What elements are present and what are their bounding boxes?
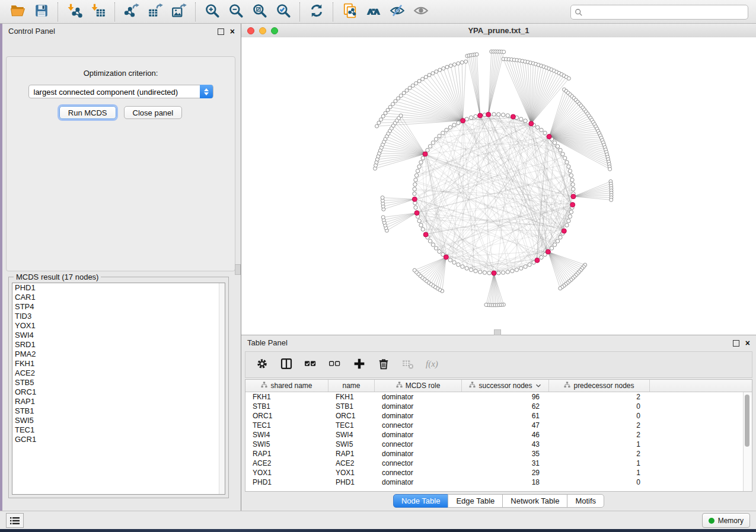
mcds-result-node[interactable]: CAR1: [12, 293, 225, 302]
window-minimize-icon[interactable]: [259, 27, 266, 34]
search-box[interactable]: [570, 5, 748, 20]
cell-name[interactable]: PHD1: [328, 477, 375, 487]
cell-successor-nodes[interactable]: 35: [462, 449, 549, 459]
tab-edge-table[interactable]: Edge Table: [448, 494, 503, 508]
result-list-scrollbar[interactable]: [219, 283, 225, 494]
mcds-result-list[interactable]: PHD1CAR1STP4TID3YOX1SWI4SRD1PMA2FKH1ACE2…: [12, 283, 225, 495]
table-row[interactable]: ORC1ORC1dominator610: [245, 411, 752, 421]
column-header-MCDS-role[interactable]: MCDS role: [375, 380, 462, 392]
cell-predecessor-nodes[interactable]: 2: [549, 421, 650, 430]
cell-predecessor-nodes[interactable]: 0: [549, 402, 650, 411]
import-table-button[interactable]: [87, 2, 110, 22]
cell-MCDS-role[interactable]: dominator: [375, 430, 462, 440]
zoom-out-button[interactable]: [224, 2, 248, 22]
float-panel-icon[interactable]: [218, 28, 224, 35]
column-header-name[interactable]: name: [328, 380, 375, 392]
cell-predecessor-nodes[interactable]: 2: [549, 392, 650, 402]
cell-MCDS-role[interactable]: dominator: [375, 411, 462, 421]
mcds-result-node[interactable]: SWI4: [12, 331, 225, 340]
close-panel-button[interactable]: Close panel: [124, 106, 183, 119]
open-file-button[interactable]: [6, 2, 30, 22]
save-session-button[interactable]: [30, 2, 53, 22]
cell-name[interactable]: TEC1: [328, 421, 375, 430]
splitter-handle-vertical[interactable]: [235, 264, 241, 275]
cell-shared-name[interactable]: TEC1: [245, 421, 328, 430]
cell-successor-nodes[interactable]: 61: [462, 411, 549, 421]
cell-name[interactable]: SWI4: [328, 430, 375, 440]
column-header-successor-nodes[interactable]: successor nodes: [462, 380, 549, 392]
tab-motifs[interactable]: Motifs: [567, 494, 604, 508]
mcds-result-node[interactable]: RAP1: [12, 397, 225, 406]
cell-successor-nodes[interactable]: 43: [462, 440, 549, 449]
close-panel-icon[interactable]: [230, 29, 235, 34]
select-all-rows-button[interactable]: [304, 358, 317, 371]
show-all-button[interactable]: [409, 2, 433, 22]
cell-MCDS-role[interactable]: dominator: [375, 402, 462, 411]
export-network-button[interactable]: [120, 2, 143, 22]
cell-predecessor-nodes[interactable]: 2: [549, 430, 650, 440]
search-input[interactable]: [583, 8, 744, 17]
mcds-result-node[interactable]: PMA2: [12, 350, 225, 359]
cell-successor-nodes[interactable]: 46: [462, 430, 549, 440]
cell-MCDS-role[interactable]: dominator: [375, 477, 462, 487]
cell-successor-nodes[interactable]: 29: [462, 468, 549, 477]
mcds-result-node[interactable]: ORC1: [12, 387, 225, 397]
table-row[interactable]: SWI5SWI5connector431: [245, 440, 752, 449]
zoom-fit-button[interactable]: [248, 2, 272, 22]
cell-MCDS-role[interactable]: dominator: [375, 449, 462, 459]
cell-MCDS-role[interactable]: connector: [375, 421, 462, 430]
column-selector-button[interactable]: [280, 358, 293, 371]
mcds-result-node[interactable]: GCR1: [12, 435, 225, 444]
column-header-shared-name[interactable]: shared name: [245, 380, 328, 392]
table-row[interactable]: SWI4SWI4dominator462: [245, 430, 752, 440]
settings-button[interactable]: [256, 358, 269, 371]
cell-shared-name[interactable]: FKH1: [245, 392, 328, 402]
zoom-selected-button[interactable]: [272, 2, 295, 22]
mcds-result-node[interactable]: FKH1: [12, 359, 225, 368]
cell-successor-nodes[interactable]: 31: [462, 459, 549, 468]
cell-MCDS-role[interactable]: connector: [375, 468, 462, 477]
tab-node-table[interactable]: Node Table: [393, 494, 449, 508]
close-table-panel-icon[interactable]: [745, 341, 750, 346]
cell-predecessor-nodes[interactable]: 1: [549, 459, 650, 468]
network-graph-canvas[interactable]: [241, 37, 756, 335]
export-table-button[interactable]: [143, 2, 167, 22]
cell-name[interactable]: ACE2: [328, 459, 375, 468]
cell-MCDS-role[interactable]: dominator: [375, 392, 462, 402]
import-network-button[interactable]: [63, 2, 87, 22]
column-header-predecessor-nodes[interactable]: predecessor nodes: [549, 380, 650, 392]
window-close-icon[interactable]: [247, 27, 254, 34]
table-row[interactable]: RAP1RAP1dominator352: [245, 449, 752, 459]
table-row[interactable]: YOX1YOX1connector291: [245, 468, 752, 477]
export-image-button[interactable]: [167, 2, 191, 22]
cell-shared-name[interactable]: RAP1: [245, 449, 328, 459]
zoom-in-button[interactable]: [200, 2, 224, 22]
hide-selected-button[interactable]: [385, 2, 409, 22]
cell-name[interactable]: SWI5: [328, 440, 375, 449]
table-row[interactable]: FKH1FKH1dominator962: [245, 392, 752, 402]
mcds-result-node[interactable]: PHD1: [12, 283, 225, 293]
cell-successor-nodes[interactable]: 18: [462, 477, 549, 487]
cell-predecessor-nodes[interactable]: 1: [549, 440, 650, 449]
cell-successor-nodes[interactable]: 62: [462, 402, 549, 411]
mcds-result-node[interactable]: SRD1: [12, 340, 225, 350]
cell-shared-name[interactable]: SWI5: [245, 440, 328, 449]
refresh-view-button[interactable]: [305, 2, 328, 22]
mcds-result-node[interactable]: STP4: [12, 302, 225, 312]
window-zoom-icon[interactable]: [271, 27, 278, 34]
cell-MCDS-role[interactable]: connector: [375, 459, 462, 468]
cell-shared-name[interactable]: STB1: [245, 402, 328, 411]
mcds-result-node[interactable]: TID3: [12, 312, 225, 321]
run-mcds-button[interactable]: Run MCDS: [59, 106, 116, 119]
mcds-result-node[interactable]: ACE2: [12, 368, 225, 378]
table-row[interactable]: STB1STB1dominator620: [245, 402, 752, 411]
mcds-result-node[interactable]: STB1: [12, 406, 225, 416]
cell-name[interactable]: FKH1: [328, 392, 375, 402]
first-neighbors-button[interactable]: [362, 2, 385, 22]
task-history-button[interactable]: [6, 513, 24, 528]
add-column-button[interactable]: [353, 358, 366, 371]
cell-name[interactable]: ORC1: [328, 411, 375, 421]
cell-shared-name[interactable]: PHD1: [245, 477, 328, 487]
cell-name[interactable]: RAP1: [328, 449, 375, 459]
cell-predecessor-nodes[interactable]: 2: [549, 449, 650, 459]
